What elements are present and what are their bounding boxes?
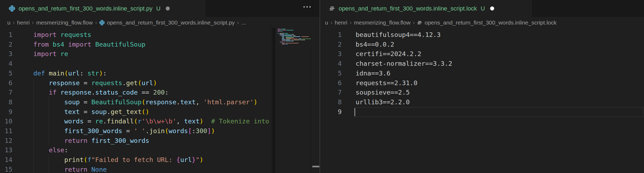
line-number[interactable]: 8	[0, 98, 12, 107]
tab-bar-left: opens_and_return_first_300_words.inline_…	[0, 0, 320, 17]
tab-lock-file[interactable]: opens_and_return_first_300_words.inline_…	[320, 0, 532, 17]
minimap-line	[278, 35, 311, 36]
minimap-line	[278, 40, 311, 40]
code-line[interactable]: soupsieve==2.5	[356, 88, 410, 98]
code-line[interactable]: certifi==2024.2.2	[356, 49, 421, 59]
code-line[interactable]: return None	[33, 165, 272, 173]
code-line[interactable]: urllib3==2.2.0	[356, 98, 410, 107]
line-number[interactable]: 7	[0, 88, 12, 98]
code-line[interactable]: else:	[33, 146, 272, 155]
chevron-right-icon: ›	[32, 19, 34, 26]
minimap-line	[278, 43, 311, 43]
editor-pane-right: opens_and_return_first_300_words.inline_…	[320, 0, 644, 173]
minimap-line	[278, 41, 311, 41]
minimap-line	[278, 42, 311, 42]
code-line[interactable]: charset-normalizer==3.3.2	[356, 59, 452, 69]
breadcrumb-item[interactable]: henri	[17, 19, 30, 26]
text-cursor	[355, 108, 355, 116]
chevron-right-icon: ›	[331, 19, 332, 26]
chevron-right-icon: ›	[350, 19, 352, 26]
chevron-right-icon: ›	[95, 19, 97, 26]
line-number[interactable]: 14	[0, 155, 12, 165]
editor-pane-left: opens_and_return_first_300_words.inline_…	[0, 0, 320, 173]
scrollbar-track[interactable]	[311, 28, 320, 173]
tab-label: opens_and_return_first_300_words.inline_…	[19, 5, 153, 12]
line-number[interactable]: 4	[0, 59, 12, 69]
chevron-right-icon: ›	[13, 19, 15, 26]
minimap-line	[278, 36, 311, 37]
line-number[interactable]: 15	[0, 165, 12, 173]
git-status-badge: U	[481, 5, 485, 12]
tab-python-file[interactable]: opens_and_return_first_300_words.inline_…	[0, 0, 205, 17]
line-number[interactable]: 12	[0, 136, 12, 146]
line-number[interactable]: 1	[0, 30, 12, 40]
line-number[interactable]: 2	[320, 40, 342, 50]
breadcrumb: u›henri›mesmerizing_flow.flow› opens_and…	[325, 17, 642, 28]
breadcrumb-item[interactable]: mesmerizing_flow.flow	[354, 19, 411, 26]
line-number[interactable]: 13	[0, 146, 12, 155]
line-number[interactable]: 3	[320, 49, 342, 59]
tab-bar-right: opens_and_return_first_300_words.inline_…	[320, 0, 644, 17]
python-icon	[99, 20, 105, 25]
code-line[interactable]: if response.status_code == 200:	[33, 88, 272, 98]
code-line[interactable]: response = requests.get(url)	[33, 78, 272, 88]
modified-dot-icon[interactable]	[490, 6, 494, 11]
code-line[interactable]: soup = BeautifulSoup(response.text, 'htm…	[33, 98, 272, 107]
current-line-highlight	[355, 107, 643, 117]
minimap[interactable]	[275, 28, 311, 173]
code-line[interactable]	[33, 59, 272, 69]
line-number[interactable]: 11	[0, 126, 12, 136]
minimap-line	[278, 31, 311, 32]
chevron-right-icon: ›	[237, 19, 239, 26]
line-number[interactable]: 4	[320, 59, 342, 69]
breadcrumb-item[interactable]: u	[7, 19, 10, 26]
scrollbar-thumb[interactable]	[312, 166, 319, 167]
breadcrumb: u›henri›mesmerizing_flow.flow›opens_and_…	[7, 17, 317, 28]
line-number[interactable]: 1	[320, 30, 342, 40]
minimap-line	[278, 39, 311, 39]
breadcrumb-item[interactable]: ...	[241, 19, 246, 26]
code-line[interactable]: import requests	[33, 30, 272, 40]
breadcrumb-item[interactable]: opens_and_return_first_300_words.inline_…	[99, 19, 235, 26]
minimap-line	[278, 32, 311, 33]
code-editor-lock[interactable]: 1beautifulsoup4==4.12.32bs4==0.0.23certi…	[320, 28, 644, 173]
line-number[interactable]: 10	[0, 117, 12, 126]
editor-actions-ellipsis-icon[interactable]	[303, 6, 311, 8]
line-number[interactable]: 3	[0, 49, 12, 59]
modified-dot-icon[interactable]	[166, 6, 170, 11]
code-line[interactable]: idna==3.6	[356, 69, 390, 78]
chevron-right-icon: ›	[413, 19, 415, 26]
minimap-line	[278, 37, 311, 38]
breadcrumb-item[interactable]: mesmerizing_flow.flow	[36, 19, 93, 26]
breadcrumb-item[interactable]: u	[325, 19, 328, 26]
line-number[interactable]: 5	[320, 69, 342, 78]
python-icon	[9, 5, 15, 12]
line-number[interactable]: 5	[0, 69, 12, 78]
line-number[interactable]: 6	[0, 78, 12, 88]
minimap-line	[278, 34, 311, 35]
minimap-shadow	[271, 28, 275, 173]
line-number[interactable]: 9	[0, 107, 12, 117]
line-number[interactable]: 7	[320, 88, 342, 98]
line-number[interactable]: 9	[320, 107, 342, 117]
breadcrumb-item[interactable]: henri	[335, 19, 347, 26]
line-number[interactable]: 6	[320, 78, 342, 88]
code-line[interactable]: beautifulsoup4==4.12.3	[356, 30, 441, 40]
code-line[interactable]: import re	[33, 49, 272, 59]
code-line[interactable]: from bs4 import BeautifulSoup	[33, 40, 272, 50]
code-line[interactable]: first_300_words = ' '.join(words[:300])	[33, 126, 272, 136]
code-line[interactable]: return first_300_words	[33, 136, 272, 146]
vscode-editor-area: opens_and_return_first_300_words.inline_…	[0, 0, 644, 173]
code-line[interactable]: requests==2.31.0	[356, 78, 417, 88]
minimap-line	[278, 33, 311, 34]
code-line[interactable]: words = re.findall(r'\b\w+\b', text) # T…	[33, 117, 272, 126]
line-number[interactable]: 8	[320, 98, 342, 107]
code-line[interactable]: def main(url: str):	[33, 69, 272, 78]
code-line[interactable]: text = soup.get_text()	[33, 107, 272, 117]
line-number[interactable]: 2	[0, 40, 12, 50]
list-icon	[417, 20, 422, 25]
list-icon	[329, 5, 335, 12]
code-line[interactable]: bs4==0.0.2	[356, 40, 394, 50]
breadcrumb-item[interactable]: opens_and_return_first_300_words.inline_…	[417, 19, 556, 26]
code-line[interactable]: print(f"Failed to fetch URL: {url}")	[33, 155, 272, 165]
